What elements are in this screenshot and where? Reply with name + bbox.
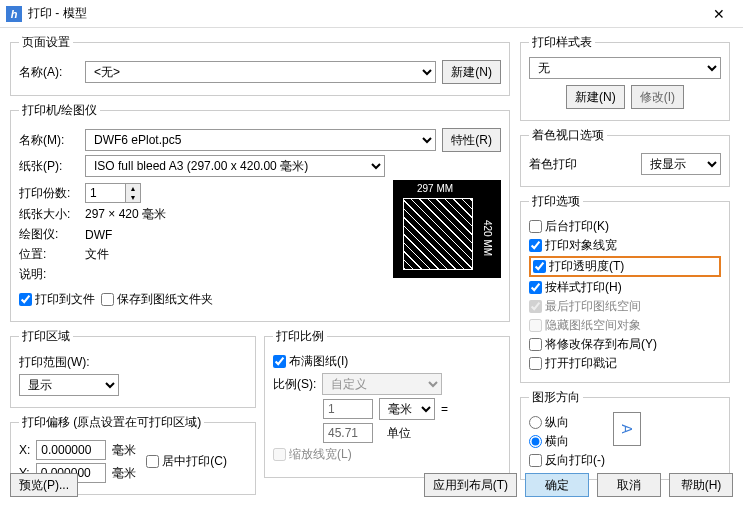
paper-select[interactable]: ISO full bleed A3 (297.00 x 420.00 毫米) (85, 155, 385, 177)
options-group: 打印选项 后台打印(K) 打印对象线宽 打印透明度(T) 按样式打印(H) 最后… (520, 193, 730, 383)
style-mod-button: 修改(I) (631, 85, 684, 109)
desc-label: 说明: (19, 266, 79, 283)
size-value: 297 × 420 毫米 (85, 206, 166, 223)
reverse-check[interactable]: 反向打印(-) (529, 452, 605, 469)
fill-paper-check[interactable]: 布满图纸(I) (273, 353, 501, 370)
viewport-legend: 着色视口选项 (529, 127, 607, 144)
shade-select[interactable]: 按显示 (641, 153, 721, 175)
center-print-check[interactable]: 居中打印(C) (146, 453, 227, 470)
scope-label: 打印范围(W): (19, 354, 90, 371)
x-unit: 毫米 (112, 442, 136, 459)
scale-group: 打印比例 布满图纸(I) 比例(S):自定义 毫米= 单位 缩放线宽(L) (264, 328, 510, 478)
printer-name-label: 名称(M): (19, 132, 79, 149)
print-to-file-check[interactable]: 打印到文件 (19, 291, 95, 308)
style-new-button[interactable]: 新建(N) (566, 85, 625, 109)
scale-eq: = (441, 402, 448, 416)
window-title: 打印 - 模型 (28, 5, 699, 22)
last-print-check: 最后打印图纸空间 (529, 298, 721, 315)
printer-props-button[interactable]: 特性(R) (442, 128, 501, 152)
size-label: 纸张大小: (19, 206, 79, 223)
print-area-legend: 打印区域 (19, 328, 73, 345)
copies-spinner[interactable]: ▲▼ (85, 183, 141, 203)
portrait-radio[interactable]: 纵向 (529, 414, 605, 431)
copies-label: 打印份数: (19, 185, 79, 202)
bg-print-check[interactable]: 后台打印(K) (529, 218, 721, 235)
options-legend: 打印选项 (529, 193, 583, 210)
printer-legend: 打印机/绘图仪 (19, 102, 100, 119)
printer-name-select[interactable]: DWF6 ePlot.pc5 (85, 129, 436, 151)
footer: 预览(P)... 应用到布局(T) 确定 取消 帮助(H) (10, 473, 733, 497)
preview-hatch (403, 198, 473, 270)
orientation-group: 图形方向 纵向 横向 反向打印(-) A (520, 389, 730, 480)
preview-button[interactable]: 预览(P)... (10, 473, 78, 497)
viewport-group: 着色视口选项 着色打印按显示 (520, 127, 730, 187)
scale-num-input (323, 399, 373, 419)
ok-button[interactable]: 确定 (525, 473, 589, 497)
page-name-select[interactable]: <无> (85, 61, 436, 83)
orientation-legend: 图形方向 (529, 389, 583, 406)
help-button[interactable]: 帮助(H) (669, 473, 733, 497)
scale-lw-check: 缩放线宽(L) (273, 446, 501, 463)
preview-width-label: 297 MM (417, 183, 453, 194)
paper-label: 纸张(P): (19, 158, 79, 175)
scale-label: 比例(S): (273, 376, 316, 393)
print-area-group: 打印区域 打印范围(W): 显示 (10, 328, 256, 408)
offset-legend: 打印偏移 (原点设置在可打印区域) (19, 414, 204, 431)
scale-select: 自定义 (322, 373, 442, 395)
plotter-value: DWF (85, 228, 112, 242)
open-stamp-check[interactable]: 打开打印戳记 (529, 355, 721, 372)
landscape-radio[interactable]: 横向 (529, 433, 605, 450)
printer-group: 打印机/绘图仪 名称(M): DWF6 ePlot.pc5 特性(R) 纸张(P… (10, 102, 510, 322)
spinner-down-icon[interactable]: ▼ (126, 193, 140, 202)
plotter-label: 绘图仪: (19, 226, 79, 243)
lw-check[interactable]: 打印对象线宽 (529, 237, 721, 254)
scale-legend: 打印比例 (273, 328, 327, 345)
loc-value: 文件 (85, 246, 109, 263)
style-table-select[interactable]: 无 (529, 57, 721, 79)
shade-label: 着色打印 (529, 156, 577, 173)
close-button[interactable]: ✕ (699, 2, 739, 26)
scale-unit2: 单位 (387, 425, 411, 442)
page-setup-group: 页面设置 名称(A): <无> 新建(N) (10, 34, 510, 96)
apply-layout-button[interactable]: 应用到布局(T) (424, 473, 517, 497)
scale-den-input (323, 423, 373, 443)
scope-select[interactable]: 显示 (19, 374, 119, 396)
app-icon: h (6, 6, 22, 22)
style-table-legend: 打印样式表 (529, 34, 595, 51)
loc-label: 位置: (19, 246, 79, 263)
style-table-group: 打印样式表 无 新建(N) 修改(I) (520, 34, 730, 121)
save-layout-check[interactable]: 将修改保存到布局(Y) (529, 336, 721, 353)
cancel-button[interactable]: 取消 (597, 473, 661, 497)
hide-check: 隐藏图纸空间对象 (529, 317, 721, 334)
titlebar: h 打印 - 模型 ✕ (0, 0, 743, 28)
page-setup-legend: 页面设置 (19, 34, 73, 51)
x-label: X: (19, 443, 30, 457)
save-to-folder-check[interactable]: 保存到图纸文件夹 (101, 291, 213, 308)
scale-unit-select[interactable]: 毫米 (379, 398, 435, 420)
orientation-icon: A (613, 412, 641, 446)
paper-preview: 297 MM 420 MM (393, 180, 501, 278)
x-input[interactable] (36, 440, 106, 460)
spinner-up-icon[interactable]: ▲ (126, 184, 140, 193)
copies-input[interactable] (85, 183, 125, 203)
style-print-check[interactable]: 按样式打印(H) (529, 279, 721, 296)
preview-height-label: 420 MM (482, 220, 493, 256)
transparency-check[interactable]: 打印透明度(T) (529, 256, 721, 277)
page-name-label: 名称(A): (19, 64, 79, 81)
page-new-button[interactable]: 新建(N) (442, 60, 501, 84)
